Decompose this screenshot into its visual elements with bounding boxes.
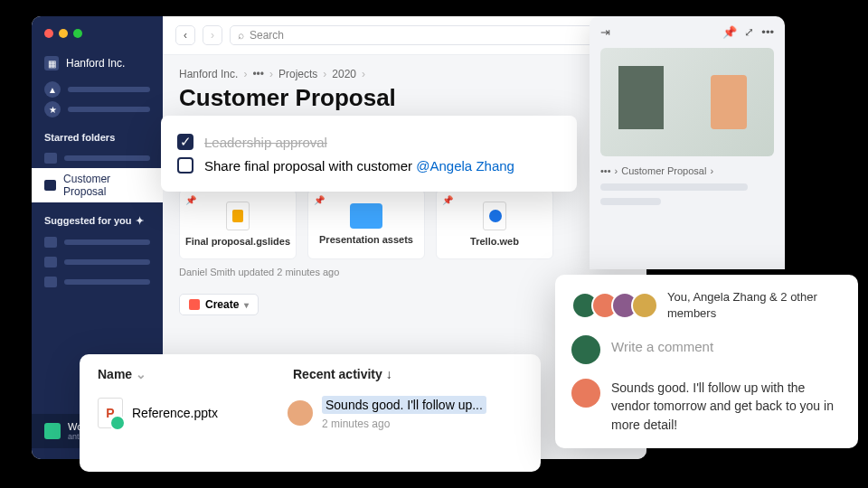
file-tiles: 📌Final proposal.gslides 📌Presentation as…: [179, 189, 630, 259]
folder-icon: [44, 237, 57, 248]
gslides-icon: [226, 202, 250, 230]
file-tile[interactable]: 📌Trello.web: [436, 189, 553, 259]
pin-icon: 📌: [442, 195, 453, 205]
avatar: [288, 400, 313, 426]
sort-icon[interactable]: ⌄: [136, 367, 146, 381]
comment-input[interactable]: Write a comment: [611, 335, 713, 354]
folder-icon: [44, 153, 57, 164]
page-title: Customer Proposal: [179, 84, 630, 112]
powerpoint-icon: [98, 398, 123, 428]
todo-text: Leadership approval: [204, 135, 327, 150]
minimize-icon[interactable]: [59, 29, 68, 38]
topbar: ‹ › ⌕ Search: [163, 16, 646, 55]
comment-row: Sounds good. I'll follow up with the ven…: [571, 379, 842, 434]
folder-row[interactable]: [32, 232, 163, 252]
folder-row[interactable]: [32, 272, 163, 292]
crumb-year[interactable]: 2020: [332, 68, 356, 80]
org-name: Hanford Inc.: [66, 57, 125, 70]
create-button[interactable]: Create▾: [179, 294, 259, 315]
back-button[interactable]: ‹: [175, 25, 195, 45]
checkbox-icon[interactable]: [177, 157, 193, 174]
web-icon: [483, 202, 506, 230]
comment-body: Sounds good. I'll follow up with the ven…: [611, 379, 842, 434]
pin-icon: 📌: [185, 195, 196, 205]
pin-icon: 📌: [314, 195, 325, 205]
crumb-dots[interactable]: •••: [600, 165, 611, 176]
table-header: Name⌄ Recent activity↓: [98, 367, 523, 381]
preview-thumbnail[interactable]: [600, 48, 774, 156]
sidebar-row-user[interactable]: ▲: [32, 80, 163, 99]
members-text: You, Angela Zhang & 2 other members: [667, 289, 842, 321]
file-tile[interactable]: 📌Final proposal.gslides: [179, 189, 297, 259]
folder-row-active[interactable]: Customer Proposal: [32, 168, 163, 202]
checkbox-checked-icon[interactable]: ✓: [177, 134, 193, 150]
tile-label: Final proposal.gslides: [185, 236, 290, 247]
avatar-stack[interactable]: [571, 292, 658, 319]
members-row: You, Angela Zhang & 2 other members: [571, 289, 842, 321]
folder-icon: [350, 203, 382, 229]
comments-card: You, Angela Zhang & 2 other members Writ…: [555, 275, 858, 448]
placeholder-bar: [600, 198, 661, 205]
breadcrumb: Hanford Inc.› •••› Projects› 2020›: [179, 68, 630, 80]
search-placeholder: Search: [250, 29, 284, 42]
crumb-label[interactable]: Customer Proposal: [621, 165, 706, 176]
col-name[interactable]: Name: [98, 367, 132, 381]
forward-button[interactable]: ›: [203, 25, 222, 45]
mention[interactable]: @Angela Zhang: [416, 158, 514, 174]
crumb-projects[interactable]: Projects: [278, 68, 317, 80]
section-starred-label: Starred folders: [32, 119, 163, 148]
folder-label: Customer Proposal: [63, 173, 150, 198]
search-input[interactable]: ⌕ Search: [230, 25, 634, 45]
inspector-toolbar: ⇥ 📌 ⤢ •••: [600, 25, 774, 39]
user-icon: ▲: [44, 81, 61, 98]
expand-icon[interactable]: ⤢: [744, 25, 754, 39]
plus-icon: [189, 299, 200, 310]
sidebar-row-starred[interactable]: ★: [32, 99, 163, 119]
avatar: [571, 335, 600, 364]
maximize-icon[interactable]: [73, 29, 82, 38]
crumb-dots[interactable]: •••: [252, 68, 264, 80]
tile-label: Trello.web: [470, 236, 519, 247]
section-suggested-label: Suggested for you✦: [32, 202, 163, 232]
avatar: [571, 379, 600, 408]
folder-row[interactable]: [32, 252, 163, 272]
file-name: Reference.pptx: [132, 406, 218, 420]
folder-icon: [44, 180, 56, 191]
todo-item[interactable]: ✓ Leadership approval: [177, 130, 561, 154]
window-controls: [32, 27, 163, 52]
pin-icon[interactable]: 📌: [722, 25, 737, 39]
comment-input-row: Write a comment: [571, 335, 842, 364]
timestamp: 2 minutes ago: [322, 418, 486, 430]
inspector-breadcrumb: •••› Customer Proposal›: [600, 165, 774, 176]
more-icon[interactable]: •••: [761, 25, 774, 39]
file-tile[interactable]: 📌Presentation assets: [307, 189, 425, 259]
inspector-panel: ⇥ 📌 ⤢ ••• •••› Customer Proposal›: [590, 16, 785, 269]
folder-row[interactable]: [32, 148, 163, 168]
search-icon: ⌕: [238, 29, 244, 42]
star-icon: ★: [44, 101, 61, 117]
collapse-icon[interactable]: ⇥: [600, 25, 610, 39]
todo-text: Share final proposal with customer @Ange…: [204, 158, 514, 174]
org-selector[interactable]: ▦ Hanford Inc.: [32, 52, 163, 80]
table-row[interactable]: Reference.pptx Sounds good. I'll follow …: [98, 396, 523, 430]
activity-snippet: Sounds good. I'll follow up...: [322, 396, 486, 414]
avatar: [631, 292, 658, 319]
workspace-icon: [44, 423, 61, 439]
todo-card: ✓ Leadership approval Share final propos…: [161, 116, 577, 192]
crumb-root[interactable]: Hanford Inc.: [179, 68, 238, 80]
col-activity[interactable]: Recent activity: [293, 367, 382, 381]
folder-icon: [44, 277, 57, 287]
table-card: Name⌄ Recent activity↓ Reference.pptx So…: [80, 354, 541, 472]
close-icon[interactable]: [44, 29, 53, 38]
folder-icon: [44, 257, 57, 267]
placeholder-bar: [600, 183, 748, 191]
sort-down-icon[interactable]: ↓: [386, 367, 392, 381]
tile-label: Presentation assets: [319, 234, 413, 245]
chevron-down-icon: ▾: [244, 300, 249, 310]
sparkle-icon: ✦: [136, 215, 144, 226]
todo-item[interactable]: Share final proposal with customer @Ange…: [177, 154, 561, 177]
create-label: Create: [205, 298, 239, 311]
building-icon: ▦: [44, 56, 59, 70]
